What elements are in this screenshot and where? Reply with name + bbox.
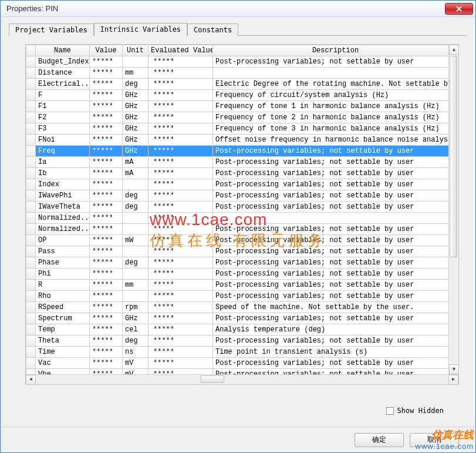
cell-val[interactable]: ***** xyxy=(90,79,123,90)
cell-unit[interactable] xyxy=(123,56,148,68)
col-name[interactable]: Name xyxy=(36,45,90,56)
col-description[interactable]: Description xyxy=(213,45,458,56)
cell-eval[interactable]: ***** xyxy=(148,224,213,235)
table-row[interactable]: Normalized...**********Post-processing v… xyxy=(26,224,458,235)
cell-eval[interactable]: ***** xyxy=(148,358,213,369)
variables-table[interactable]: Name Value Unit Evaluated Value Descript… xyxy=(26,45,458,380)
cell-val[interactable]: ***** xyxy=(90,68,123,79)
cell-desc[interactable] xyxy=(213,213,458,224)
cell-unit[interactable] xyxy=(123,246,148,257)
cell-val[interactable]: ***** xyxy=(90,101,123,112)
cell-val[interactable]: ***** xyxy=(90,280,123,291)
cell-desc[interactable]: Post-processing variables; not settable … xyxy=(213,358,458,369)
row-header-cell[interactable] xyxy=(26,347,36,358)
table-row[interactable]: Phase*****deg*****Post-processing variab… xyxy=(26,257,458,269)
cell-desc[interactable]: Post-processing variables; not settable … xyxy=(213,157,458,168)
cell-desc[interactable]: Frequency of tone 2 in harmonic balance … xyxy=(213,112,458,123)
cell-val[interactable]: ***** xyxy=(90,213,123,224)
cell-unit[interactable]: mV xyxy=(123,358,148,369)
row-header-cell[interactable] xyxy=(26,101,36,112)
cell-unit[interactable]: deg xyxy=(123,202,148,213)
cell-unit[interactable]: mA xyxy=(123,157,148,168)
col-unit[interactable]: Unit xyxy=(123,45,148,56)
cell-eval[interactable]: ***** xyxy=(148,213,213,224)
cell-name[interactable]: Budget_Index xyxy=(36,56,90,68)
cell-unit[interactable]: GHz xyxy=(123,146,148,157)
table-row[interactable]: Electrical...*****deg*****Electric Degre… xyxy=(26,79,458,90)
row-header-cell[interactable] xyxy=(26,112,36,123)
cell-name[interactable]: Ib xyxy=(36,168,90,179)
cell-eval[interactable]: ***** xyxy=(148,302,213,313)
cell-desc[interactable]: Analysis temperature (deg) xyxy=(213,324,458,335)
scroll-left-icon[interactable]: ◄ xyxy=(26,375,36,385)
cell-val[interactable]: ***** xyxy=(90,335,123,347)
row-header-cell[interactable] xyxy=(26,123,36,135)
cell-name[interactable]: R xyxy=(36,280,90,291)
cell-desc[interactable]: Post-processing variables; not settable … xyxy=(213,235,458,246)
row-header-cell[interactable] xyxy=(26,246,36,257)
row-header-cell[interactable] xyxy=(26,269,36,280)
cell-unit[interactable]: GHz xyxy=(123,123,148,135)
horizontal-scrollbar[interactable]: ◄ ► xyxy=(26,374,458,384)
cell-eval[interactable]: ***** xyxy=(148,313,213,324)
cell-name[interactable]: Vac xyxy=(36,358,90,369)
cell-eval[interactable]: ***** xyxy=(148,246,213,257)
cell-unit[interactable]: deg xyxy=(123,335,148,347)
table-row[interactable]: IWavePhi*****deg*****Post-processing var… xyxy=(26,190,458,202)
cell-desc[interactable]: Time point in transient analysis (s) xyxy=(213,347,458,358)
table-row[interactable]: OP*****mW*****Post-processing variables;… xyxy=(26,235,458,246)
cell-unit[interactable]: ns xyxy=(123,347,148,358)
show-hidden-option[interactable]: Show Hidden xyxy=(386,407,444,415)
cell-unit[interactable] xyxy=(123,224,148,235)
cell-desc[interactable]: Post-processing variables; not settable … xyxy=(213,246,458,257)
cell-unit[interactable] xyxy=(123,179,148,190)
close-button[interactable] xyxy=(445,3,473,15)
scroll-right-icon[interactable]: ► xyxy=(448,375,458,385)
cell-unit[interactable]: mA xyxy=(123,168,148,179)
row-header-cell[interactable] xyxy=(26,157,36,168)
cell-unit[interactable]: cel xyxy=(123,324,148,335)
table-row[interactable]: Vac*****mV*****Post-processing variables… xyxy=(26,358,458,369)
cell-val[interactable]: ***** xyxy=(90,190,123,202)
cell-unit[interactable]: GHz xyxy=(123,112,148,123)
cell-val[interactable]: ***** xyxy=(90,235,123,246)
cell-name[interactable]: Distance xyxy=(36,68,90,79)
cell-name[interactable]: F xyxy=(36,90,90,101)
row-header-cell[interactable] xyxy=(26,335,36,347)
cell-eval[interactable]: ***** xyxy=(148,190,213,202)
cell-val[interactable]: ***** xyxy=(90,123,123,135)
table-row[interactable]: Theta*****deg*****Post-processing variab… xyxy=(26,335,458,347)
table-row[interactable]: RSpeed*****rpm*****Speed of the machine.… xyxy=(26,302,458,313)
cell-name[interactable]: Ia xyxy=(36,157,90,168)
cell-name[interactable]: IWaveTheta xyxy=(36,202,90,213)
row-header-cell[interactable] xyxy=(26,324,36,335)
row-header-cell[interactable] xyxy=(26,79,36,90)
cell-name[interactable]: Theta xyxy=(36,335,90,347)
cell-name[interactable]: OP xyxy=(36,235,90,246)
row-header-cell[interactable] xyxy=(26,135,36,146)
cell-name[interactable]: Rho xyxy=(36,291,90,302)
row-header-cell[interactable] xyxy=(26,56,36,68)
cell-val[interactable]: ***** xyxy=(90,146,123,157)
cell-name[interactable]: Time xyxy=(36,347,90,358)
cell-eval[interactable]: ***** xyxy=(148,202,213,213)
cell-eval[interactable]: ***** xyxy=(148,90,213,101)
table-row[interactable]: F2*****GHz*****Frequency of tone 2 in ha… xyxy=(26,112,458,123)
cell-eval[interactable]: ***** xyxy=(148,112,213,123)
row-header-cell[interactable] xyxy=(26,146,36,157)
title-bar[interactable]: Properties: PIN xyxy=(1,1,475,17)
cell-name[interactable]: Electrical... xyxy=(36,79,90,90)
cell-unit[interactable]: deg xyxy=(123,79,148,90)
table-row[interactable]: Pass**********Post-processing variables;… xyxy=(26,246,458,257)
table-row[interactable]: Time*****ns*****Time point in transient … xyxy=(26,347,458,358)
cell-name[interactable]: F3 xyxy=(36,123,90,135)
show-hidden-checkbox[interactable] xyxy=(386,407,394,415)
cell-eval[interactable]: ***** xyxy=(148,347,213,358)
cell-name[interactable]: RSpeed xyxy=(36,302,90,313)
scroll-down-icon[interactable]: ▼ xyxy=(449,364,459,374)
cell-unit[interactable]: mm xyxy=(123,280,148,291)
cell-desc[interactable]: Post-processing variables; not settable … xyxy=(213,224,458,235)
cell-eval[interactable]: ***** xyxy=(148,324,213,335)
row-header-cell[interactable] xyxy=(26,179,36,190)
cell-eval[interactable]: ***** xyxy=(148,157,213,168)
